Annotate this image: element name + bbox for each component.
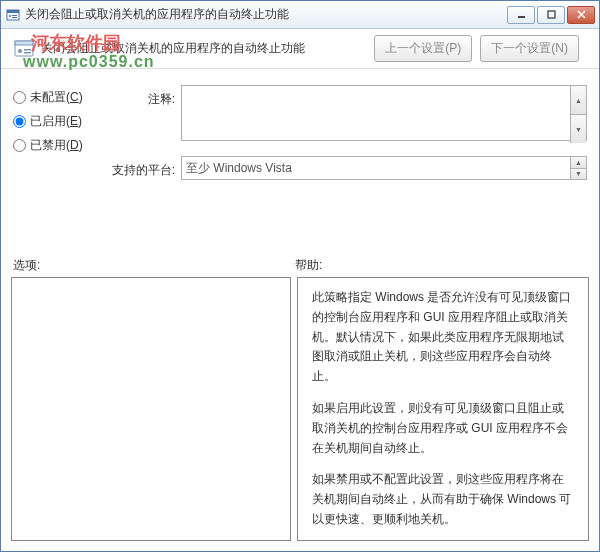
prev-setting-button[interactable]: 上一个设置(P)	[374, 35, 472, 62]
svg-point-9	[18, 49, 22, 53]
help-p1: 此策略指定 Windows 是否允许没有可见顶级窗口的控制台应用程序和 GUI …	[312, 288, 574, 387]
titlebar[interactable]: 关闭会阻止或取消关机的应用程序的自动终止功能	[1, 1, 599, 29]
svg-rect-10	[24, 49, 31, 51]
content-area: 关闭会阻止或取消关机的应用程序的自动终止功能 上一个设置(P) 下一个设置(N)…	[1, 29, 599, 551]
dialog-window: 关闭会阻止或取消关机的应用程序的自动终止功能 河东软件园 www.pc0359.…	[0, 0, 600, 552]
help-p2: 如果启用此设置，则没有可见顶级窗口且阻止或取消关机的控制台应用程序或 GUI 应…	[312, 399, 574, 458]
comment-scroll-up[interactable]: ▲	[570, 86, 586, 114]
column-labels: 选项: 帮助:	[13, 257, 587, 274]
radio-not-configured-input[interactable]	[13, 91, 26, 104]
next-setting-button[interactable]: 下一个设置(N)	[480, 35, 579, 62]
policy-title: 关闭会阻止或取消关机的应用程序的自动终止功能	[41, 40, 374, 57]
minimize-button[interactable]	[507, 6, 535, 24]
comment-label: 注释:	[111, 85, 181, 144]
radio-not-configured[interactable]: 未配置(C)	[13, 85, 103, 109]
window-title: 关闭会阻止或取消关机的应用程序的自动终止功能	[25, 6, 507, 23]
state-radio-group: 未配置(C) 已启用(E) 已禁用(D)	[13, 85, 103, 157]
svg-point-2	[9, 15, 11, 17]
help-label: 帮助:	[295, 257, 322, 274]
nav-buttons: 上一个设置(P) 下一个设置(N)	[374, 35, 579, 62]
panels: 此策略指定 Windows 是否允许没有可见顶级窗口的控制台应用程序和 GUI …	[11, 277, 589, 541]
comment-input[interactable]	[181, 85, 587, 141]
radio-enabled-input[interactable]	[13, 115, 26, 128]
platform-scroll: ▲ ▼	[570, 157, 586, 179]
maximize-button[interactable]	[537, 6, 565, 24]
svg-rect-8	[15, 41, 33, 45]
window-buttons	[507, 6, 595, 24]
radio-enabled[interactable]: 已启用(E)	[13, 109, 103, 133]
svg-rect-5	[518, 16, 525, 18]
header-row: 关闭会阻止或取消关机的应用程序的自动终止功能 上一个设置(P) 下一个设置(N)	[1, 29, 599, 69]
close-button[interactable]	[567, 6, 595, 24]
platform-scroll-down[interactable]: ▼	[570, 168, 586, 180]
app-icon	[5, 7, 21, 23]
help-panel[interactable]: 此策略指定 Windows 是否允许没有可见顶级窗口的控制台应用程序和 GUI …	[297, 277, 589, 541]
svg-rect-11	[24, 52, 31, 54]
platform-scroll-up[interactable]: ▲	[570, 157, 586, 168]
svg-rect-6	[548, 11, 555, 18]
options-panel[interactable]	[11, 277, 291, 541]
svg-rect-4	[12, 17, 17, 18]
comment-scroll-down[interactable]: ▼	[570, 114, 586, 143]
platform-label: 支持的平台:	[111, 156, 181, 180]
form-section: 注释: ▲ ▼ 支持的平台: 至少 Windows Vista ▲ ▼	[111, 85, 587, 192]
policy-icon	[13, 38, 35, 60]
options-label: 选项:	[13, 257, 295, 274]
platform-row: 支持的平台: 至少 Windows Vista ▲ ▼	[111, 156, 587, 180]
help-p3: 如果禁用或不配置此设置，则这些应用程序将在关机期间自动终止，从而有助于确保 Wi…	[312, 470, 574, 529]
radio-disabled-input[interactable]	[13, 139, 26, 152]
comment-scroll: ▲ ▼	[570, 86, 586, 143]
svg-rect-3	[12, 15, 17, 16]
platform-value: 至少 Windows Vista	[181, 156, 587, 180]
help-text: 此策略指定 Windows 是否允许没有可见顶级窗口的控制台应用程序和 GUI …	[312, 288, 574, 530]
svg-rect-1	[7, 10, 19, 13]
comment-row: 注释: ▲ ▼	[111, 85, 587, 144]
radio-disabled[interactable]: 已禁用(D)	[13, 133, 103, 157]
